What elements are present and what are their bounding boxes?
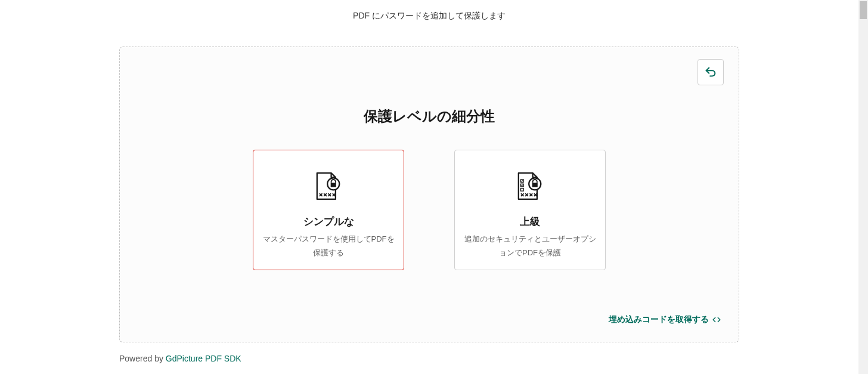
embed-code-link[interactable]: 埋め込みコードを取得する: [609, 314, 721, 325]
scrollbar-thumb[interactable]: [860, 1, 867, 19]
option-advanced-desc: 追加のセキュリティとユーザーオプションでPDFを保護: [463, 232, 597, 260]
footer-prefix: Powered by: [119, 354, 166, 363]
undo-arrow-icon: [704, 66, 717, 79]
main-panel: 保護レベルの細分性: [119, 47, 739, 342]
footer-sdk-link[interactable]: GdPicture PDF SDK: [166, 354, 241, 363]
back-button[interactable]: [698, 59, 724, 85]
code-icon: [712, 316, 721, 324]
simple-protection-icon: [309, 169, 348, 203]
footer-credit: Powered by GdPicture PDF SDK: [119, 354, 241, 363]
page-subtitle: PDF にパスワードを追加して保護します: [0, 0, 858, 29]
advanced-protection-icon: [511, 169, 549, 203]
svg-rect-1: [331, 183, 336, 187]
option-advanced-title: 上級: [520, 215, 540, 228]
option-card-advanced[interactable]: 上級 追加のセキュリティとユーザーオプションでPDFを保護: [454, 150, 606, 270]
svg-rect-14: [532, 183, 538, 187]
option-simple-desc: マスターパスワードを使用してPDFを保護する: [262, 232, 395, 260]
option-card-simple[interactable]: シンプルな マスターパスワードを使用してPDFを保護する: [253, 150, 404, 270]
options-row: シンプルな マスターパスワードを使用してPDFを保護する: [138, 150, 721, 270]
panel-title: 保護レベルの細分性: [138, 107, 721, 126]
embed-code-label: 埋め込みコードを取得する: [609, 314, 709, 325]
svg-rect-12: [520, 188, 523, 191]
option-simple-title: シンプルな: [303, 215, 354, 228]
vertical-scrollbar[interactable]: [858, 0, 868, 374]
